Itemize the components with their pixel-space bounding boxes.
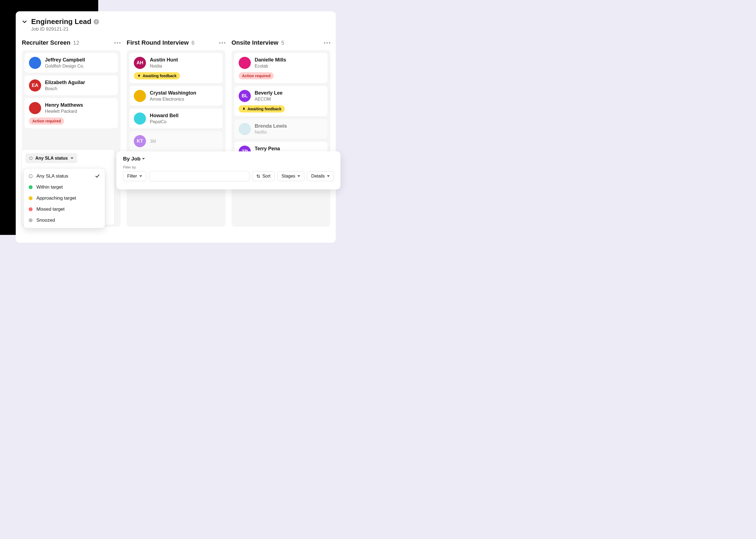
candidate-company: Bosch: [45, 86, 85, 91]
sla-menu-item[interactable]: Any SLA status: [24, 171, 105, 182]
candidate-card[interactable]: Jeffrey CampbellGoldfish Design Co.: [25, 53, 118, 73]
sla-menu-item[interactable]: Snoozed: [24, 215, 105, 226]
sla-status-button[interactable]: Any SLA status: [25, 153, 77, 163]
search-input[interactable]: [149, 171, 249, 182]
candidate-name: Beverly Lee: [255, 90, 283, 96]
job-title-text: Engineering Lead: [31, 17, 91, 26]
filter-button[interactable]: Filter: [123, 171, 146, 181]
stages-button-label: Stages: [281, 174, 295, 179]
pipeline-column: First Round Interview6AHAustin HuntNvidi…: [127, 39, 226, 227]
flame-icon: [242, 107, 246, 111]
sla-menu-item[interactable]: Missed target: [24, 204, 105, 215]
column-count: 6: [191, 40, 195, 46]
filter-panel: By Job Filter by Filter Sort Stages Deta…: [117, 151, 340, 190]
candidate-company: Ecolab: [255, 64, 286, 69]
candidate-name: Danielle Mills: [255, 57, 286, 63]
column-title: First Round Interview: [127, 39, 189, 46]
badge-text: Action required: [32, 119, 61, 123]
avatar: [239, 57, 251, 69]
candidate-company: Nvidia: [150, 64, 178, 69]
candidate-card[interactable]: BLBeverly LeeAECOMAwaiting feedback: [234, 86, 328, 116]
by-job-dropdown[interactable]: By Job: [123, 156, 334, 162]
sort-button[interactable]: Sort: [252, 171, 275, 181]
candidate-card[interactable]: AHAustin HuntNvidiaAwaiting feedback: [130, 53, 223, 83]
sla-item-label: Snoozed: [37, 217, 55, 223]
candidate-card[interactable]: Crystal WashingtonArrow Electronics: [130, 86, 223, 106]
status-badge: Awaiting feedback: [134, 72, 180, 79]
column-title: Recruiter Screen: [22, 39, 70, 46]
more-icon[interactable]: [114, 42, 121, 43]
sla-menu-item[interactable]: Approaching target: [24, 193, 105, 204]
column-header: First Round Interview6: [127, 39, 226, 46]
candidate-card[interactable]: Howard BellPepsiCo: [130, 109, 223, 128]
candidate-company: 3M: [150, 139, 156, 144]
avatar: BL: [239, 90, 251, 102]
column-body: Danielle MillsEcolabAction requiredBLBev…: [232, 50, 330, 227]
chevron-down-icon[interactable]: [22, 19, 27, 25]
column-body: AHAustin HuntNvidiaAwaiting feedbackCrys…: [127, 50, 226, 227]
candidate-card[interactable]: Henry MatthewsHewlett PackardAction requ…: [25, 98, 118, 128]
candidate-name: Crystal Washington: [150, 90, 196, 96]
avatar: EA: [29, 79, 41, 92]
caret-down-icon: [139, 175, 142, 177]
candidate-company: Netflix: [255, 130, 287, 135]
sla-item-label: Approaching target: [37, 195, 76, 201]
sla-item-label: Any SLA status: [37, 174, 68, 179]
more-icon[interactable]: [324, 42, 330, 43]
sla-item-label: Missed target: [37, 206, 64, 212]
candidate-name: Brenda Lewis: [255, 123, 287, 129]
candidate-company: Arrow Electronics: [150, 97, 196, 102]
sort-icon: [256, 174, 260, 178]
job-title: Engineering Lead i: [31, 17, 99, 26]
avatar: [134, 113, 146, 124]
status-dot-icon: [29, 185, 33, 189]
status-dot-icon: [29, 196, 33, 200]
status-dot-icon: [29, 174, 33, 178]
avatar: [239, 123, 251, 135]
filter-controls-row: Filter Sort Stages Details: [123, 171, 334, 182]
status-dot-icon: [29, 207, 33, 211]
candidate-company: AECOM: [255, 97, 283, 102]
pipeline-column: Onsite Interview5Danielle MillsEcolabAct…: [232, 39, 330, 227]
candidate-company: PepsiCo: [150, 119, 178, 124]
filter-button-label: Filter: [127, 174, 137, 179]
check-icon: [95, 174, 100, 179]
caret-down-icon: [142, 158, 145, 160]
candidate-card[interactable]: EAElizabeth AguilarBosch: [25, 76, 118, 95]
candidate-company: Goldfish Design Co.: [45, 64, 85, 69]
details-button[interactable]: Details: [307, 171, 334, 181]
badge-text: Awaiting feedback: [142, 74, 177, 78]
badge-text: Awaiting feedback: [247, 107, 281, 111]
status-badge: Action required: [29, 117, 64, 124]
caret-down-icon: [297, 175, 300, 177]
info-icon[interactable]: i: [94, 19, 99, 25]
filter-by-label: Filter by: [123, 165, 334, 169]
candidate-name: Jeffrey Campbell: [45, 57, 85, 63]
status-badge: Awaiting feedback: [239, 105, 285, 113]
circle-icon: [29, 157, 33, 160]
badge-text: Action required: [242, 74, 270, 78]
sla-item-label: Within target: [37, 185, 63, 190]
column-count: 12: [73, 40, 79, 46]
column-count: 5: [281, 40, 284, 46]
candidate-company: Hewlett Packard: [45, 109, 83, 114]
sort-button-label: Sort: [262, 174, 270, 179]
job-header: Engineering Lead i Job ID 929121-21: [22, 17, 330, 32]
column-header: Recruiter Screen12: [22, 39, 121, 46]
status-badge: Action required: [239, 72, 274, 79]
caret-down-icon: [71, 157, 73, 159]
candidate-card[interactable]: KT3M: [130, 131, 223, 151]
details-button-label: Details: [311, 174, 325, 179]
avatar: [134, 90, 146, 102]
candidate-card[interactable]: Danielle MillsEcolabAction required: [234, 53, 328, 83]
candidate-name: Terry Pena: [255, 146, 287, 152]
candidate-card[interactable]: Brenda LewisNetflix: [234, 119, 328, 139]
avatar: [29, 102, 41, 114]
caret-down-icon: [327, 175, 330, 177]
column-header: Onsite Interview5: [232, 39, 330, 46]
sla-status-menu: Any SLA statusWithin targetApproaching t…: [24, 168, 105, 228]
candidate-name: Austin Hunt: [150, 57, 178, 63]
sla-menu-item[interactable]: Within target: [24, 182, 105, 193]
stages-button[interactable]: Stages: [277, 171, 304, 181]
more-icon[interactable]: [219, 42, 226, 43]
